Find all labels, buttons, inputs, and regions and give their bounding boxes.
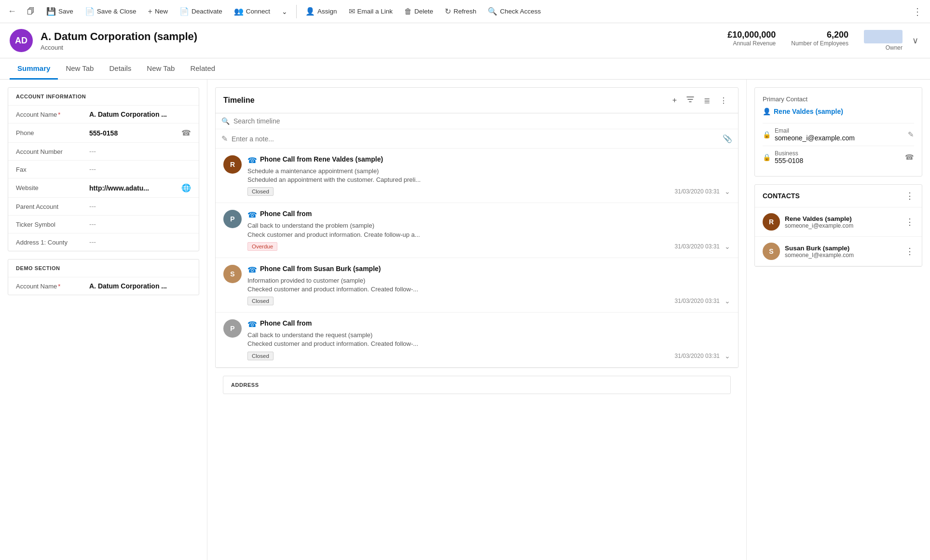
save-button[interactable]: 💾 Save [41,4,78,19]
middle-panel: Timeline + ≣ ⋮ 🔍 ✎ 📎 [207,80,747,560]
check-access-button[interactable]: 🔍 Check Access [483,4,546,19]
phone-call-icon: ☎ [247,210,257,219]
timeline-item-content: ☎ Phone Call from Susan Burk (sample) In… [247,265,730,305]
expand-icon[interactable]: ⌄ [725,188,730,195]
timeline-item-desc2: Checked customer and product information… [247,285,730,294]
contact-person-icon: 👤 [763,108,771,115]
expand-icon[interactable]: ⌄ [725,243,730,250]
phone-icon[interactable]: ☎ [181,128,191,137]
expand-icon[interactable]: ⌄ [725,297,730,305]
field-value-account-number[interactable]: --- [89,148,191,155]
avatar-gray2: P [223,319,242,338]
avatar-susan: S [223,265,242,283]
demo-section: Demo Section Account Name* A. Datum Corp… [8,259,199,295]
timeline-item-footer: Closed 31/03/2020 03:31 ⌄ [247,297,730,305]
annual-revenue-label: Annual Revenue [727,40,776,47]
save-close-button[interactable]: 📄 Save & Close [80,4,141,19]
field-label-address-county: Address 1: County [16,239,83,246]
employees-value: 6,200 [791,30,848,40]
timeline-item-header: ☎ Phone Call from Susan Burk (sample) [247,265,730,274]
record-title-area: A. Datum Corporation (sample) Account [41,30,720,51]
timeline-item-header: ☎ Phone Call from Rene Valdes (sample) [247,155,730,165]
field-parent-account: Parent Account --- [8,197,199,215]
search-icon: 🔍 [221,117,230,125]
timeline-item-title: Phone Call from [260,210,312,218]
form-icon: 🗍 [27,7,35,16]
deactivate-icon: 📄 [179,7,189,16]
business-label: Business [775,150,901,157]
account-info-header: ACCOUNT INFORMATION [8,88,199,105]
account-info-section: ACCOUNT INFORMATION Account Name* A. Dat… [8,87,199,251]
contacts-more-button[interactable]: ⋮ [905,191,914,201]
toolbar: ← 🗍 💾 Save 📄 Save & Close + New 📄 Deacti… [0,0,930,23]
avatar-susan-contact: S [763,243,780,260]
email-link-button[interactable]: ✉ Email a Link [344,4,398,19]
form-view-button[interactable]: 🗍 [22,4,40,19]
website-icon[interactable]: 🌐 [181,183,191,192]
field-value-demo-account-name[interactable]: A. Datum Corporation ... [89,282,191,290]
contact-email-content: Email someone_i@example.com [775,127,904,142]
delete-button[interactable]: 🗑 Delete [399,4,438,19]
timeline-item-desc1: Information provided to customer (sample… [247,276,730,285]
new-icon: + [148,7,152,16]
field-value-fax[interactable]: --- [89,165,191,173]
tab-summary[interactable]: Summary [10,58,58,80]
record-type: Account [41,44,720,51]
tab-details[interactable]: Details [101,58,139,80]
attachment-icon[interactable]: 📎 [723,134,732,143]
connect-button[interactable]: 👥 Connect [229,4,275,19]
status-badge: Closed [247,297,274,305]
field-value-ticker-symbol[interactable]: --- [89,220,191,228]
business-value: 555-0108 [775,157,901,164]
new-button[interactable]: + New [143,4,173,19]
header-metrics: £10,000,000 Annual Revenue 6,200 Number … [727,30,903,51]
field-value-phone[interactable]: 555-0158 [89,129,176,137]
note-input[interactable] [232,135,719,143]
email-value: someone_i@example.com [775,134,904,142]
pencil-icon: ✎ [221,134,228,143]
timeline-date: 31/03/2020 03:31 [675,188,720,195]
timeline-item-desc1: Call back to understand the problem (sam… [247,221,730,230]
contact-item: S Susan Burk (sample) someone_I@example.… [755,237,922,266]
timeline-item-desc2: Scheduled an appointment with the custom… [247,176,730,184]
field-value-parent-account[interactable]: --- [89,203,191,210]
timeline-item-content: ☎ Phone Call from Call back to understan… [247,319,730,360]
contact-more-button[interactable]: ⋮ [905,217,914,227]
timeline-item: S ☎ Phone Call from Susan Burk (sample) … [216,258,738,313]
timeline-sort-button[interactable]: ≣ [701,94,713,107]
save-close-icon: 📄 [85,7,95,16]
assign-button[interactable]: 👤 Assign [301,4,342,19]
timeline-item-footer: Closed 31/03/2020 03:31 ⌄ [247,187,730,196]
refresh-button[interactable]: ↻ Refresh [440,4,481,19]
tab-related[interactable]: Related [182,58,223,80]
timeline-container: Timeline + ≣ ⋮ 🔍 ✎ 📎 [215,87,739,368]
tab-new-tab-1[interactable]: New Tab [58,58,101,80]
email-copy-icon[interactable]: ✎ [908,130,914,139]
field-value-account-name[interactable]: A. Datum Corporation ... [89,110,185,118]
deactivate-button[interactable]: 📄 Deactivate [175,4,227,19]
contact-more-button[interactable]: ⋮ [905,246,914,257]
contact-email-field: 🔒 Email someone_i@example.com ✎ [763,123,914,146]
field-value-address-county[interactable]: --- [89,238,191,246]
contact-item-info: Susan Burk (sample) someone_I@example.co… [785,245,901,259]
timeline-more-button[interactable]: ⋮ [717,94,730,107]
phone-call-action-icon[interactable]: ☎ [905,153,914,162]
connect-dropdown-button[interactable]: ⌄ [277,5,292,18]
timeline-add-button[interactable]: + [670,94,680,107]
header-expand-button[interactable]: ∨ [910,33,920,48]
timeline-search: 🔍 [216,113,738,129]
timeline-filter-button[interactable] [684,94,697,107]
back-button[interactable]: ← [4,4,20,18]
primary-contact-link[interactable]: 👤 Rene Valdes (sample) [763,108,914,115]
field-value-website[interactable]: http://www.adatu... [89,184,176,192]
contact-item: R Rene Valdes (sample) someone_i@example… [755,207,922,237]
main-content: ACCOUNT INFORMATION Account Name* A. Dat… [0,80,930,560]
timeline-item-header: ☎ Phone Call from [247,319,730,329]
phone-call-icon: ☎ [247,265,257,274]
field-label-demo-account-name: Account Name* [16,283,83,290]
expand-icon[interactable]: ⌄ [725,352,730,360]
timeline-item-title: Phone Call from [260,319,312,327]
tab-new-tab-2[interactable]: New Tab [139,58,182,80]
more-button[interactable]: ⋮ [909,4,926,19]
timeline-search-input[interactable] [233,117,732,125]
